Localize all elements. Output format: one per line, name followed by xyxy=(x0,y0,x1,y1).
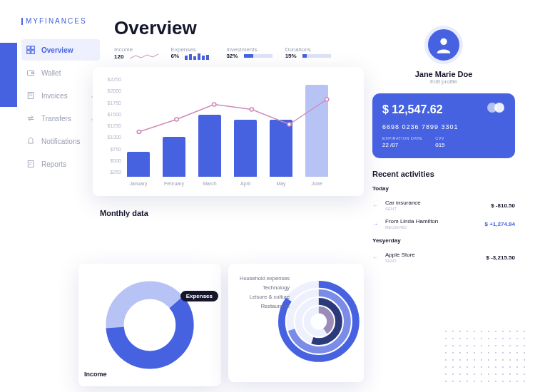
cvv-value: 015 xyxy=(435,142,444,148)
activity-sub: SENT xyxy=(385,207,491,211)
y-tick: $750 xyxy=(100,147,121,152)
accent-block xyxy=(0,43,17,107)
svg-rect-2 xyxy=(27,51,31,54)
report-icon xyxy=(26,159,36,169)
stat-value: 120 xyxy=(114,53,123,60)
sidebar-item-notifications[interactable]: Notifications xyxy=(21,130,100,152)
svg-point-34 xyxy=(440,38,447,45)
x-axis: JanuaryFebruaryMarchAprilMayJune xyxy=(127,181,352,186)
exp-label: EXPIRATION DATE xyxy=(382,136,422,140)
progress-bar xyxy=(302,54,331,58)
radial-label: Restaurants xyxy=(240,303,290,309)
activity-amount: $ +1,274.94 xyxy=(485,221,515,227)
sidebar-item-invoices[interactable]: Invoices ⌄ xyxy=(21,85,100,106)
bar[interactable] xyxy=(305,85,328,177)
donut-chart-card: Expenses Income xyxy=(78,264,221,386)
activity-name: From Linda Hamilton xyxy=(385,218,485,225)
exp-value: 22 /07 xyxy=(382,142,422,148)
avatar[interactable] xyxy=(424,26,463,64)
main-content: Overview Income 120 Expenses 6% Investme… xyxy=(114,17,357,223)
edit-profile-link[interactable]: Edit profile xyxy=(372,78,515,85)
cvv-label: CVV xyxy=(435,136,444,140)
sidebar-item-label: Notifications xyxy=(41,138,80,145)
arrow-right-icon: → xyxy=(372,221,381,227)
sidebar-item-label: Reports xyxy=(41,160,66,168)
stat-donations: Donations 15% xyxy=(285,46,331,61)
svg-rect-1 xyxy=(31,46,35,50)
activity-sub: SENT xyxy=(385,259,486,263)
grid-icon xyxy=(26,45,36,55)
svg-rect-9 xyxy=(28,161,34,167)
sidebar-item-label: Overview xyxy=(41,46,73,54)
radial-chart-card: Household expenses Technology Leisure & … xyxy=(228,264,364,382)
day-yesterday: Yesyerday xyxy=(372,237,515,244)
x-label: March xyxy=(198,181,221,186)
bar[interactable] xyxy=(234,120,257,177)
y-tick: $1000 xyxy=(100,135,121,140)
progress-bar xyxy=(244,54,272,58)
sidebar-item-reports[interactable]: Reports xyxy=(21,153,100,175)
mini-bars-icon xyxy=(185,53,213,60)
y-axis: $2250 $2000 $1750 $1500 $1250 $1000 $750… xyxy=(100,77,121,175)
decorative-dots xyxy=(442,328,528,385)
bell-icon xyxy=(26,136,36,146)
svg-rect-13 xyxy=(189,54,192,60)
mastercard-icon xyxy=(486,102,505,116)
activity-row[interactable]: ← Apple StoreSENT $ -3,215.50 xyxy=(372,248,515,267)
sparkline-icon xyxy=(130,53,158,61)
sidebar-item-wallet[interactable]: Wallet xyxy=(21,62,100,83)
svg-rect-17 xyxy=(206,55,209,60)
sidebar-item-label: Invoices xyxy=(41,92,68,100)
y-tick: $1250 xyxy=(100,123,121,128)
activity-amount: $ -3,215.50 xyxy=(486,254,515,261)
x-label: February xyxy=(163,181,185,186)
wallet-icon xyxy=(26,68,36,78)
donut-chart: Expenses Income xyxy=(100,275,200,375)
y-tick: $500 xyxy=(100,158,121,163)
credit-card[interactable]: $ 12,547.62 6698 0236 7899 3301 EXPIRATI… xyxy=(372,93,515,158)
svg-rect-3 xyxy=(31,51,35,54)
y-tick: $2000 xyxy=(100,88,121,93)
y-tick: $1750 xyxy=(100,100,121,105)
svg-rect-16 xyxy=(202,56,205,60)
page-title: Overview xyxy=(114,17,357,39)
y-tick: $1500 xyxy=(100,112,121,117)
radial-label: Household expenses xyxy=(240,275,290,282)
svg-rect-14 xyxy=(193,56,196,60)
stat-label: Income xyxy=(114,46,158,53)
bar[interactable] xyxy=(127,152,150,177)
sidebar-item-overview[interactable]: Overview xyxy=(21,39,100,61)
stat-value: 15% xyxy=(285,53,297,59)
stat-investments: Investments 32% xyxy=(226,46,272,61)
svg-rect-15 xyxy=(198,53,200,60)
activity-row[interactable]: → From Linda HamiltonRECEIVED $ +1,274.9… xyxy=(372,215,515,233)
svg-point-21 xyxy=(250,108,253,111)
stat-row: Income 120 Expenses 6% Investments 32% D… xyxy=(114,46,357,61)
svg-point-20 xyxy=(213,103,216,106)
svg-rect-12 xyxy=(185,56,188,60)
svg-point-19 xyxy=(175,118,178,121)
stat-label: Investments xyxy=(226,46,272,53)
bar[interactable] xyxy=(163,137,185,177)
svg-rect-0 xyxy=(27,46,31,50)
svg-point-18 xyxy=(137,130,141,134)
bar-plot xyxy=(127,77,352,177)
donut-income-label: Income xyxy=(84,371,107,378)
svg-rect-5 xyxy=(32,73,34,74)
user-name: Jane Marie Doe xyxy=(372,70,515,78)
radial-label: Leisure & culture xyxy=(240,294,290,300)
activity-row[interactable]: ← Car insuranceSENT $ -810.50 xyxy=(372,196,515,215)
svg-rect-4 xyxy=(28,71,34,76)
bar[interactable] xyxy=(198,115,221,177)
svg-point-36 xyxy=(494,103,504,113)
sidebar-item-label: Wallet xyxy=(41,69,61,77)
transfer-icon xyxy=(26,113,36,123)
bar[interactable] xyxy=(270,120,292,177)
sidebar-item-transfers[interactable]: Transfers ⌄ xyxy=(21,108,100,129)
stat-income: Income 120 xyxy=(114,46,158,61)
sidebar-item-label: Transfers xyxy=(41,115,71,123)
donut-expenses-label: Expenses xyxy=(180,291,218,301)
arrow-left-icon: ← xyxy=(372,202,381,209)
x-label: April xyxy=(234,181,257,186)
right-panel: Jane Marie Doe Edit profile $ 12,547.62 … xyxy=(372,26,515,267)
